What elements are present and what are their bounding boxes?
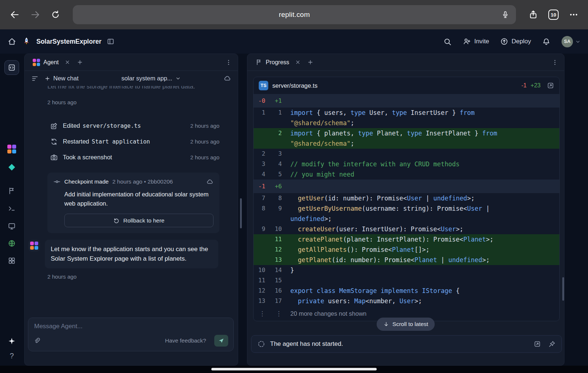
deploy-button[interactable]: Deploy — [500, 37, 531, 46]
tool-workspace-button[interactable] — [4, 60, 19, 75]
agent-panel: Agent New chat solar system app... — [24, 54, 238, 366]
browser-more-button[interactable] — [569, 10, 578, 19]
plus-icon — [307, 59, 313, 65]
invite-button[interactable]: Invite — [463, 37, 489, 46]
chat-toolbar: New chat solar system app... — [25, 71, 238, 86]
add-tab-button[interactable] — [306, 58, 314, 66]
diff-line: 13 getPlanet(id: number): Promise<Planet… — [254, 255, 559, 265]
microphone-icon[interactable] — [501, 11, 509, 19]
address-bar[interactable]: replit.com — [73, 5, 516, 24]
home-indicator[interactable] — [211, 368, 377, 370]
action-code: Start application — [92, 138, 150, 145]
diff-line: 23 — [254, 149, 559, 159]
checkpoint-title: Checkpoint made — [64, 178, 109, 185]
search-button[interactable] — [443, 37, 452, 46]
progress-flag-icon — [8, 187, 16, 195]
help-button[interactable]: ? — [10, 352, 14, 360]
browser-chrome: replit.com 10 — [0, 0, 588, 29]
agent-action-list: Editedserver/storage.ts2 hours agoRestar… — [50, 118, 219, 165]
rollback-button[interactable]: Rollback to here — [64, 214, 214, 227]
agent-action-row[interactable]: Editedserver/storage.ts2 hours ago — [50, 118, 219, 134]
tab-progress[interactable]: Progress — [252, 54, 292, 70]
tool-agent-button[interactable] — [7, 145, 16, 153]
project-name[interactable]: SolarSystemExplorer — [36, 38, 101, 46]
open-file-button[interactable] — [547, 82, 554, 89]
action-code: server/storage.ts — [83, 123, 141, 129]
open-external-icon — [534, 340, 541, 348]
forward-arrow-icon — [30, 10, 40, 20]
browser-back-button[interactable] — [10, 10, 20, 20]
tool-progress-button[interactable] — [8, 187, 16, 195]
agent-panel-scrollbar[interactable] — [240, 198, 242, 228]
tab-agent-label: Agent — [43, 59, 59, 66]
home-button[interactable] — [7, 37, 17, 46]
lines-removed: -1 — [521, 82, 527, 89]
new-chat-label: New chat — [53, 75, 79, 82]
diff-line: 1014} — [254, 265, 559, 275]
tool-shell-button[interactable] — [8, 204, 16, 213]
diff-hunk-header: -0+1 — [254, 94, 559, 108]
pin-button[interactable] — [548, 340, 556, 348]
progress-panel-scrollbar[interactable] — [562, 277, 564, 301]
tool-all-tools-button[interactable] — [8, 257, 16, 265]
agent-action-row[interactable]: Took a screenshot2 hours ago — [50, 149, 219, 165]
attach-file-button[interactable] — [33, 337, 41, 344]
workspace-layout-button[interactable] — [107, 37, 115, 46]
tool-webview-button[interactable] — [8, 222, 16, 230]
terminal-icon — [8, 204, 16, 213]
tool-app-globe-button[interactable] — [8, 239, 16, 247]
browser-share-button[interactable] — [528, 10, 538, 19]
diff-line: 89 getUserByUsername(username: string): … — [254, 203, 559, 224]
tab-agent[interactable]: Agent — [30, 54, 62, 70]
action-time: 2 hours ago — [190, 138, 219, 145]
agent-message-row: Let me know if the application starts an… — [28, 240, 219, 268]
browser-forward-button[interactable] — [30, 10, 40, 20]
agent-status-text: The agent has not started. — [270, 340, 343, 348]
globe-icon — [8, 239, 16, 247]
project-icon — [22, 37, 31, 46]
close-agent-tab-button[interactable] — [64, 59, 71, 66]
scroll-to-latest-button[interactable]: Scroll to latest — [377, 318, 435, 331]
assistant-icon — [8, 163, 16, 171]
plus-icon — [44, 76, 50, 82]
camera-icon — [50, 153, 58, 162]
send-icon — [218, 337, 225, 344]
agent-logo-icon — [30, 242, 38, 250]
tool-assistant-button[interactable] — [8, 163, 16, 171]
add-tab-button[interactable] — [76, 58, 84, 66]
action-label: Restarted — [63, 138, 89, 145]
diff-line: 11import { users, type User, type Insert… — [254, 108, 559, 128]
restart-icon — [50, 138, 58, 146]
diff-rows: -0+111import { users, type User, type In… — [254, 94, 559, 321]
chevron-down-icon — [175, 76, 181, 81]
app-header: SolarSystemExplorer Run Invite — [0, 29, 588, 54]
cloud-sync-icon[interactable] — [223, 75, 231, 82]
grid-icon — [8, 257, 16, 265]
browser-reload-button[interactable] — [51, 10, 60, 19]
agent-pane-menu-button[interactable] — [225, 58, 233, 66]
diff-line: 910 createUser(user: InsertUser): Promis… — [254, 224, 559, 234]
feedback-link[interactable]: Have feedback? — [163, 337, 208, 344]
chat-title-dropdown[interactable]: solar system app... — [85, 75, 218, 82]
send-button[interactable] — [214, 335, 228, 347]
upgrade-sparkle-button[interactable] — [8, 337, 16, 345]
agent-action-row[interactable]: RestartedStart application2 hours ago — [50, 134, 219, 149]
checkpoint-card: Checkpoint made 2 hours ago • 2bb00206 A… — [47, 173, 219, 233]
previous-agent-message: Let me fix the storage interface to hand… — [47, 86, 219, 91]
code-pane-icon — [8, 64, 16, 72]
notifications-button[interactable] — [542, 37, 551, 46]
browser-tabs-button[interactable]: 10 — [548, 10, 559, 20]
chat-title: solar system app... — [121, 75, 172, 82]
close-progress-tab-button[interactable] — [294, 59, 301, 66]
diff-line: 1317 private users: Map<number, User>; — [254, 296, 559, 306]
reload-icon — [51, 10, 60, 19]
message-input[interactable] — [33, 322, 230, 330]
message-composer: Have feedback? — [28, 318, 234, 351]
chat-history-button[interactable] — [31, 75, 39, 82]
new-chat-button[interactable]: New chat — [44, 75, 79, 82]
progress-pane-menu-button[interactable] — [551, 58, 559, 66]
account-menu[interactable]: SA — [562, 36, 581, 47]
diff-line: 2import { planets, type Planet, type Ins… — [254, 128, 559, 149]
open-in-pane-button[interactable] — [534, 340, 541, 348]
back-arrow-icon — [10, 10, 20, 20]
